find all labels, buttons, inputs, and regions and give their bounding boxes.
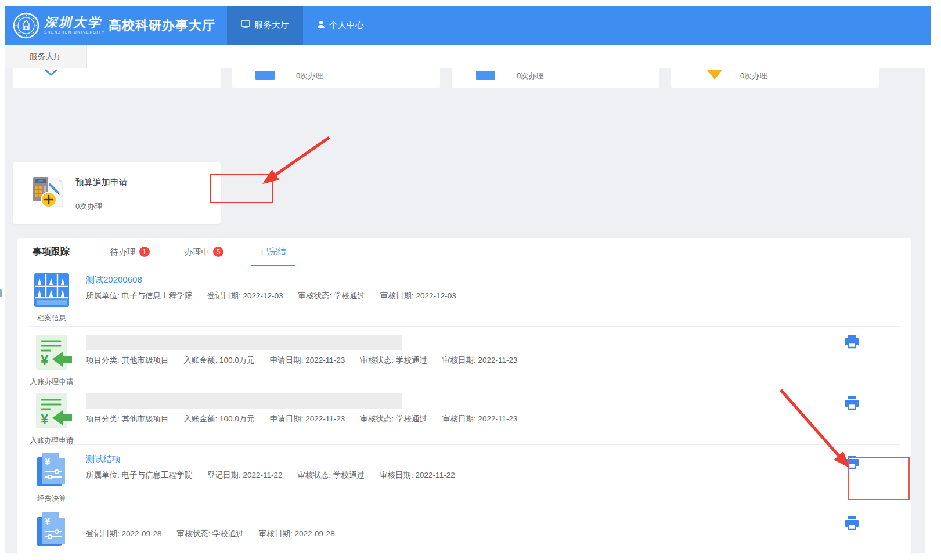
income-arrow-icon: ¥ (31, 334, 72, 373)
list-item-funds-settlement: ¥ 经费决算 测试结项 所属单位: 电子与信息工程学院 登记日期: 2022- (17, 445, 911, 504)
meta-unit: 所属单位: 电子与信息工程学院 (86, 470, 192, 480)
tab-label: 已完结 (261, 246, 286, 257)
meta-audit-date: 审核日期: 2022-11-22 (380, 470, 455, 480)
meta-register-date: 登记日期: 2022-12-03 (207, 291, 283, 301)
archive-icon (34, 273, 69, 309)
card-title: 预算追加申请 (75, 177, 128, 188)
item-category: 档案信息 (37, 313, 66, 323)
meta-unit: 所属单位: 电子与信息工程学院 (86, 291, 192, 301)
svg-text:¥: ¥ (45, 456, 51, 467)
tab-label: 待办理 (110, 247, 136, 258)
in-progress-badge: 5 (213, 247, 223, 257)
tab-pending[interactable]: 待办理 1 (108, 238, 152, 266)
meta-project-class: 项目分类: 其他市级项目 (86, 414, 169, 424)
app-header: 深圳大学 SHENZHEN UNIVERSITY 高校科研办事大厅 服务大厅 (5, 6, 931, 45)
list-item-archive: 档案信息 测试20200608 所属单位: 电子与信息工程学院 登记日期: 20… (17, 266, 911, 327)
warning-icon (707, 70, 722, 80)
tracking-tabs: 事项跟踪 待办理 1 办理中 5 已完结 (17, 238, 911, 266)
tracking-title: 事项跟踪 (33, 246, 70, 258)
meta-apply-date: 申请日期: 2022-11-23 (270, 414, 345, 424)
print-icon[interactable] (844, 396, 860, 411)
income-arrow-icon: ¥ (31, 392, 72, 432)
card-count: 0次办理 (740, 71, 767, 81)
svg-text:¥: ¥ (45, 516, 51, 527)
svg-text:¥: ¥ (41, 411, 49, 427)
card-count: 0次办理 (296, 71, 323, 81)
meta-project-class: 项目分类: 其他市级项目 (86, 355, 169, 366)
pending-badge: 1 (139, 247, 150, 257)
university-name-en: SHENZHEN UNIVERSITY (44, 31, 105, 35)
document-icon (476, 71, 495, 80)
meta-register-date: 登记日期: 2022-09-28 (86, 529, 162, 539)
item-title-link[interactable]: 测试20200608 (86, 274, 142, 286)
monitor-icon (241, 20, 250, 30)
tab-in-progress[interactable]: 办理中 5 (182, 238, 226, 266)
nav-label: 服务大厅 (254, 20, 289, 31)
nav-service-hall[interactable]: 服务大厅 (227, 6, 303, 45)
meta-audit-date: 审核日期: 2022-09-28 (259, 529, 335, 539)
list-item-abroad-funds: ¥ 出国经费申请 登记日期: 2022-09-28 审核状态: 学校通过 (17, 504, 911, 553)
redacted-title-block (86, 335, 402, 350)
budget-calculator-icon (30, 174, 67, 214)
svg-text:¥: ¥ (41, 352, 49, 368)
meta-audit-status: 审核状态: 学校通过 (298, 291, 366, 301)
nav-label: 个人中心 (329, 20, 364, 31)
redacted-title-block (86, 393, 402, 409)
list-item-income-1: ¥ 入账办理申请 项目分类: 其他市级项目 入账金额: 100.0万元 申请日期… (17, 327, 911, 385)
content-area: 0次办理 0次办理 0次办理 (5, 68, 931, 553)
meta-audit-status: 审核状态: 学校通过 (360, 355, 427, 366)
card-count: 0次办理 (75, 201, 102, 212)
university-name: 深圳大学 SHENZHEN UNIVERSITY (44, 16, 105, 35)
page: 深圳大学 SHENZHEN UNIVERSITY 高校科研办事大厅 服务大厅 (5, 6, 931, 553)
print-icon[interactable] (844, 516, 860, 531)
university-name-cn: 深圳大学 (44, 16, 105, 29)
funds-document-icon: ¥ (35, 511, 68, 550)
print-icon[interactable] (844, 335, 860, 349)
meta-audit-date: 审核日期: 2022-12-03 (380, 291, 456, 301)
meta-register-date: 登记日期: 2022-11-22 (207, 470, 283, 480)
meta-amount: 入账金额: 100.0万元 (184, 355, 255, 366)
user-icon (317, 20, 325, 30)
tab-completed[interactable]: 已完结 (251, 238, 295, 266)
tab-service-hall[interactable]: 服务大厅 (5, 45, 87, 68)
chevron-down-icon (45, 68, 57, 78)
meta-apply-date: 申请日期: 2022-11-23 (270, 355, 345, 366)
tab-label: 办理中 (185, 247, 210, 258)
app-title: 高校科研办事大厅 (109, 17, 215, 34)
meta-audit-date: 审核日期: 2022-11-23 (442, 414, 518, 424)
service-card-partial-4[interactable]: 0次办理 (671, 68, 879, 88)
scrollbar-track[interactable] (925, 45, 931, 553)
meta-audit-status: 审核状态: 学校通过 (298, 470, 365, 480)
service-card-partial-3[interactable]: 0次办理 (452, 68, 659, 88)
meta-audit-status: 审核状态: 学校通过 (360, 414, 427, 424)
nav-personal-center[interactable]: 个人中心 (303, 6, 378, 45)
service-card-partial-1[interactable] (13, 68, 221, 88)
meta-audit-status: 审核状态: 学校通过 (177, 529, 244, 539)
service-card-budget-addition[interactable]: 预算追加申请 0次办理 (13, 162, 221, 224)
university-logo (13, 12, 39, 39)
print-icon[interactable] (844, 456, 860, 470)
funds-document-icon: ¥ (35, 451, 68, 490)
item-title-link[interactable]: 测试结项 (86, 454, 121, 465)
tracking-panel: 事项跟踪 待办理 1 办理中 5 已完结 (17, 238, 911, 553)
meta-audit-date: 审核日期: 2022-11-23 (442, 355, 518, 366)
secondary-tab-bar: 服务大厅 (5, 45, 931, 68)
item-category: 经费决算 (37, 494, 66, 504)
list-item-income-2: ¥ 入账办理申请 项目分类: 其他市级项目 入账金额: 100.0万元 申请日期… (17, 385, 911, 445)
main-nav: 服务大厅 个人中心 (227, 6, 378, 45)
document-icon (255, 71, 275, 80)
service-card-partial-2[interactable]: 0次办理 (232, 68, 440, 88)
side-widget-handle[interactable] (0, 289, 2, 297)
card-count: 0次办理 (517, 71, 543, 81)
meta-amount: 入账金额: 100.0万元 (184, 414, 255, 424)
